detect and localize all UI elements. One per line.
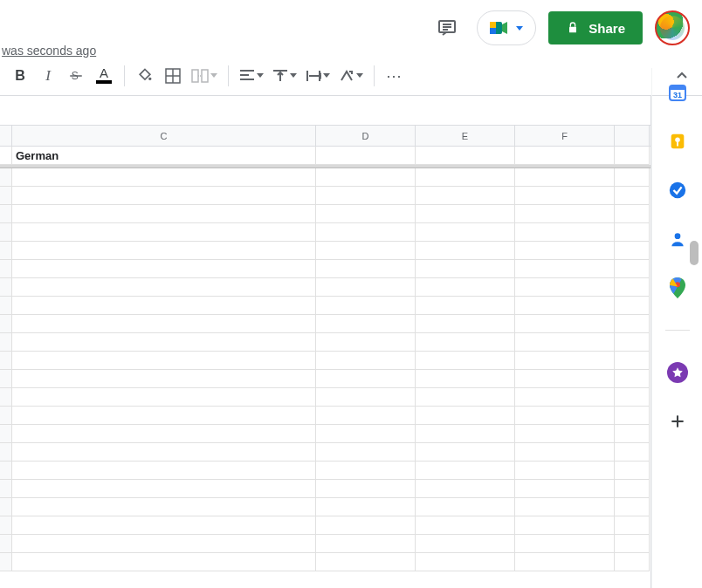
share-button[interactable]: Share xyxy=(548,11,643,44)
cell[interactable] xyxy=(416,388,515,407)
cell[interactable] xyxy=(316,516,416,535)
cell[interactable] xyxy=(12,516,316,535)
cell[interactable] xyxy=(515,260,615,278)
cell[interactable] xyxy=(316,315,416,333)
row-empty[interactable] xyxy=(0,388,650,407)
row-header[interactable] xyxy=(0,443,12,462)
row-header[interactable] xyxy=(0,168,12,187)
cell[interactable] xyxy=(316,425,416,443)
cell[interactable] xyxy=(316,535,416,553)
cell[interactable] xyxy=(416,297,515,315)
cell-c1[interactable]: German xyxy=(12,147,316,165)
account-avatar[interactable] xyxy=(655,10,690,45)
cell[interactable] xyxy=(416,278,515,297)
select-all-corner[interactable] xyxy=(0,126,12,146)
cell[interactable] xyxy=(316,407,416,425)
cell[interactable] xyxy=(316,370,416,388)
more-tools-button[interactable]: ⋯ xyxy=(382,63,408,89)
row-header[interactable] xyxy=(0,553,12,571)
cell[interactable] xyxy=(615,425,650,443)
row-header[interactable] xyxy=(0,242,12,260)
cell[interactable] xyxy=(12,333,316,352)
formula-bar[interactable] xyxy=(0,96,650,126)
cell[interactable] xyxy=(615,223,650,242)
cell[interactable] xyxy=(416,516,515,535)
cell[interactable] xyxy=(316,260,416,278)
row-1[interactable]: German xyxy=(0,147,650,165)
row-header[interactable] xyxy=(0,205,12,223)
cell[interactable] xyxy=(615,480,650,498)
cell[interactable] xyxy=(615,168,650,187)
cell[interactable] xyxy=(416,223,515,242)
cell[interactable] xyxy=(316,223,416,242)
row-empty[interactable] xyxy=(0,315,650,333)
cell[interactable] xyxy=(416,553,515,571)
row-empty[interactable] xyxy=(0,425,650,443)
cell[interactable] xyxy=(615,498,650,516)
vertical-align-button[interactable] xyxy=(269,63,300,89)
cell[interactable] xyxy=(615,333,650,352)
cell[interactable] xyxy=(316,333,416,352)
cell[interactable] xyxy=(615,516,650,535)
cell[interactable] xyxy=(12,260,316,278)
cell[interactable] xyxy=(316,480,416,498)
row-empty[interactable] xyxy=(0,407,650,425)
fill-color-button[interactable] xyxy=(132,63,158,89)
cell[interactable] xyxy=(416,260,515,278)
row-header[interactable] xyxy=(0,333,12,352)
cell[interactable] xyxy=(416,242,515,260)
cell[interactable] xyxy=(515,443,615,462)
text-rotation-button[interactable] xyxy=(335,63,367,89)
contacts-icon[interactable] xyxy=(667,229,688,250)
cell[interactable] xyxy=(316,462,416,480)
cell[interactable] xyxy=(416,370,515,388)
row-empty[interactable] xyxy=(0,297,650,315)
row-header[interactable] xyxy=(0,407,12,425)
comments-button[interactable] xyxy=(430,10,465,45)
cell[interactable] xyxy=(615,352,650,370)
cell[interactable] xyxy=(12,370,316,388)
row-header[interactable] xyxy=(0,535,12,553)
row-header[interactable] xyxy=(0,260,12,278)
cell[interactable] xyxy=(416,315,515,333)
cell-d1[interactable] xyxy=(316,147,416,165)
cell[interactable] xyxy=(615,388,650,407)
cell[interactable] xyxy=(515,498,615,516)
row-header[interactable] xyxy=(0,315,12,333)
cell[interactable] xyxy=(416,498,515,516)
merge-cells-button[interactable] xyxy=(188,63,221,89)
cell[interactable] xyxy=(615,407,650,425)
cell[interactable] xyxy=(515,388,615,407)
row-empty[interactable] xyxy=(0,516,650,535)
tasks-icon[interactable] xyxy=(667,180,688,201)
cell[interactable] xyxy=(615,535,650,553)
row-empty[interactable] xyxy=(0,480,650,498)
cell[interactable] xyxy=(515,535,615,553)
cell[interactable] xyxy=(12,315,316,333)
row-header[interactable] xyxy=(0,480,12,498)
column-header-partial[interactable] xyxy=(615,126,650,146)
cell[interactable] xyxy=(316,242,416,260)
cell[interactable] xyxy=(515,425,615,443)
cell[interactable] xyxy=(615,187,650,205)
cell[interactable] xyxy=(515,480,615,498)
maps-icon[interactable] xyxy=(667,277,688,298)
row-header[interactable] xyxy=(0,297,12,315)
cell[interactable] xyxy=(515,333,615,352)
row-header[interactable] xyxy=(0,388,12,407)
cell[interactable] xyxy=(12,498,316,516)
cell[interactable] xyxy=(316,187,416,205)
cell[interactable] xyxy=(515,223,615,242)
cell[interactable] xyxy=(12,242,316,260)
bold-button[interactable]: B xyxy=(7,63,33,89)
cell[interactable] xyxy=(615,205,650,223)
cell[interactable] xyxy=(316,443,416,462)
row-empty[interactable] xyxy=(0,443,650,462)
row-empty[interactable] xyxy=(0,168,650,187)
addon-icon[interactable] xyxy=(667,362,688,383)
cell[interactable] xyxy=(615,553,650,571)
cell[interactable] xyxy=(515,352,615,370)
row-empty[interactable] xyxy=(0,352,650,370)
row-empty[interactable] xyxy=(0,278,650,297)
text-color-button[interactable]: A xyxy=(91,63,117,89)
